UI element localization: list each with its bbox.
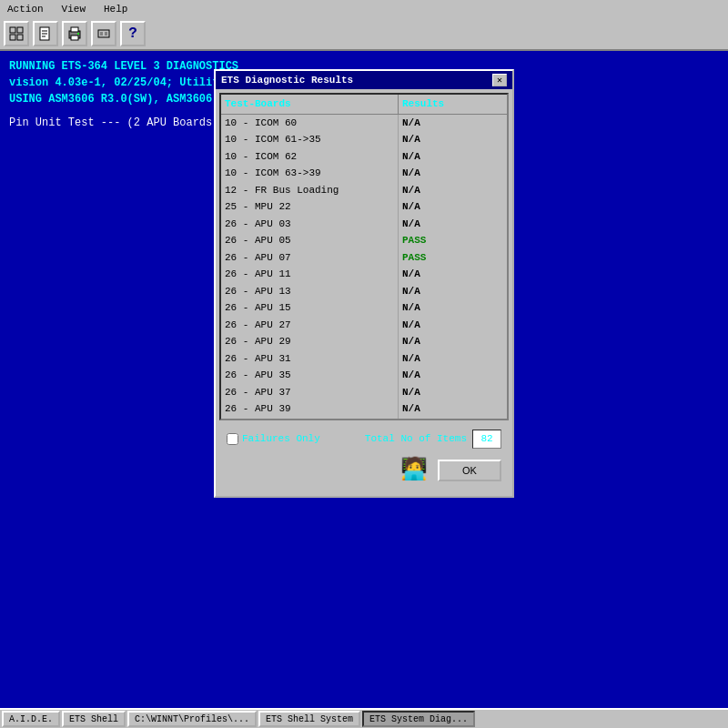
svg-rect-9	[71, 27, 78, 32]
diagnostic-dialog: ETS Diagnostic Results ✕ Test-Boards Res…	[214, 69, 514, 498]
cell-result: PASS	[399, 232, 507, 249]
cell-result: N/A	[399, 367, 507, 384]
table-row: 26 - APU 39 N/A	[221, 400, 507, 418]
table-row: 25 - MPU 22 N/A	[221, 198, 507, 216]
cell-result: N/A	[399, 283, 507, 300]
cell-board: 10 - ICOM 61->35	[221, 131, 399, 148]
results-table[interactable]: Test-Boards Results 10 - ICOM 60 N/A 10 …	[219, 93, 509, 420]
svg-rect-3	[17, 35, 23, 40]
cell-result: N/A	[399, 317, 507, 334]
table-row: 30 - OMS 18 N/A	[221, 418, 507, 421]
taskbar-profiles-label: C:\WINNT\Profiles\...	[135, 714, 249, 724]
cell-board: 30 - OMS 18	[221, 418, 399, 421]
table-row: 26 - APU 29 N/A	[221, 333, 507, 350]
cell-board: 26 - APU 39	[221, 400, 399, 418]
cell-board: 26 - APU 37	[221, 384, 399, 401]
cell-board: 26 - APU 13	[221, 283, 399, 300]
cell-result: PASS	[399, 249, 507, 267]
cell-board: 26 - APU 03	[221, 216, 399, 233]
toolbar: ?	[0, 18, 728, 51]
taskbar-profiles[interactable]: C:\WINNT\Profiles\...	[127, 711, 257, 727]
cell-board: 26 - APU 27	[221, 317, 399, 334]
taskbar-system-diag[interactable]: ETS System Diag...	[362, 711, 475, 727]
cell-result: N/A	[399, 350, 507, 368]
menu-item-action[interactable]: Action	[4, 3, 47, 15]
cell-result: N/A	[399, 384, 507, 401]
print-icon-btn[interactable]	[62, 21, 87, 46]
table-row: 26 - APU 15 N/A	[221, 299, 507, 317]
svg-rect-14	[105, 32, 107, 35]
taskbar-system-diag-label: ETS System Diag...	[369, 714, 468, 724]
col-boards-header: Test-Boards	[221, 95, 399, 114]
mascot-icon: 🧑‍💻	[399, 456, 429, 485]
svg-rect-13	[100, 32, 103, 35]
svg-rect-2	[10, 35, 15, 40]
table-row: 10 - ICOM 61->35 N/A	[221, 131, 507, 148]
failures-only-label: Failures Only	[242, 431, 320, 447]
failures-only-checkbox[interactable]	[227, 433, 238, 445]
document-icon-btn[interactable]	[33, 21, 58, 46]
svg-rect-10	[71, 35, 78, 40]
cell-result: N/A	[399, 198, 507, 216]
cell-board: 12 - FR Bus Loading	[221, 182, 399, 199]
cell-board: 26 - APU 11	[221, 266, 399, 283]
cell-result: N/A	[399, 333, 507, 350]
menu-item-help[interactable]: Help	[100, 3, 131, 15]
taskbar-shell-system-label: ETS Shell System	[266, 714, 353, 724]
table-row: 26 - APU 05 PASS	[221, 232, 507, 249]
dialog-title: ETS Diagnostic Results	[221, 73, 353, 88]
svg-rect-12	[98, 30, 109, 37]
cell-board: 26 - APU 07	[221, 249, 399, 267]
cell-result: N/A	[399, 266, 507, 283]
module-icon-btn[interactable]	[91, 21, 116, 46]
ok-button[interactable]: OK	[438, 460, 501, 481]
grid-icon-btn[interactable]	[4, 21, 29, 46]
cell-result: N/A	[399, 165, 507, 182]
table-row: 26 - APU 37 N/A	[221, 384, 507, 401]
svg-rect-1	[17, 27, 23, 33]
table-row: 26 - APU 07 PASS	[221, 249, 507, 267]
cell-board: 10 - ICOM 60	[221, 115, 399, 132]
failures-only-group: Failures Only	[227, 431, 320, 447]
table-row: 10 - ICOM 60 N/A	[221, 115, 507, 132]
dialog-content: Test-Boards Results 10 - ICOM 60 N/A 10 …	[216, 89, 512, 496]
dialog-titlebar: ETS Diagnostic Results ✕	[216, 71, 512, 89]
total-label: Total No of Items	[365, 431, 467, 447]
main-area: RUNNING ETS-364 LEVEL 3 DIAGNOSTICS visi…	[0, 51, 728, 715]
table-row: 10 - ICOM 62 N/A	[221, 148, 507, 166]
table-header: Test-Boards Results	[221, 95, 507, 115]
cell-board: 26 - APU 15	[221, 299, 399, 317]
table-row: 26 - APU 31 N/A	[221, 350, 507, 368]
taskbar: A.I.D.E. ETS Shell C:\WINNT\Profiles\...…	[0, 708, 728, 728]
taskbar-aide[interactable]: A.I.D.E.	[2, 711, 60, 727]
dialog-close-button[interactable]: ✕	[492, 74, 507, 86]
help-icon-btn[interactable]: ?	[120, 21, 146, 46]
taskbar-aide-label: A.I.D.E.	[9, 714, 53, 724]
table-row: 26 - APU 03 N/A	[221, 216, 507, 233]
menu-item-view[interactable]: View	[58, 3, 89, 15]
total-group: Total No of Items 82	[365, 430, 501, 449]
cell-board: 26 - APU 05	[221, 232, 399, 249]
cell-result: N/A	[399, 131, 507, 148]
cell-result: N/A	[399, 400, 507, 418]
table-row: 26 - APU 11 N/A	[221, 266, 507, 283]
cell-board: 26 - APU 31	[221, 350, 399, 368]
cell-result: N/A	[399, 115, 507, 132]
cell-result: N/A	[399, 299, 507, 317]
taskbar-ets-shell[interactable]: ETS Shell	[62, 711, 126, 727]
table-row: 26 - APU 35 N/A	[221, 367, 507, 384]
taskbar-shell-system[interactable]: ETS Shell System	[258, 711, 360, 727]
cell-result: N/A	[399, 148, 507, 166]
table-row: 10 - ICOM 63->39 N/A	[221, 165, 507, 182]
dialog-buttons: 🧑‍💻 OK	[219, 452, 509, 492]
total-value: 82	[472, 430, 501, 449]
cell-board: 10 - ICOM 63->39	[221, 165, 399, 182]
taskbar-ets-shell-label: ETS Shell	[69, 714, 118, 724]
cell-result: N/A	[399, 182, 507, 199]
cell-board: 25 - MPU 22	[221, 198, 399, 216]
cell-board: 10 - ICOM 62	[221, 148, 399, 166]
cell-board: 26 - APU 29	[221, 333, 399, 350]
table-row: 12 - FR Bus Loading N/A	[221, 182, 507, 199]
dialog-footer: Failures Only Total No of Items 82	[219, 426, 509, 452]
cell-result: N/A	[399, 418, 507, 421]
